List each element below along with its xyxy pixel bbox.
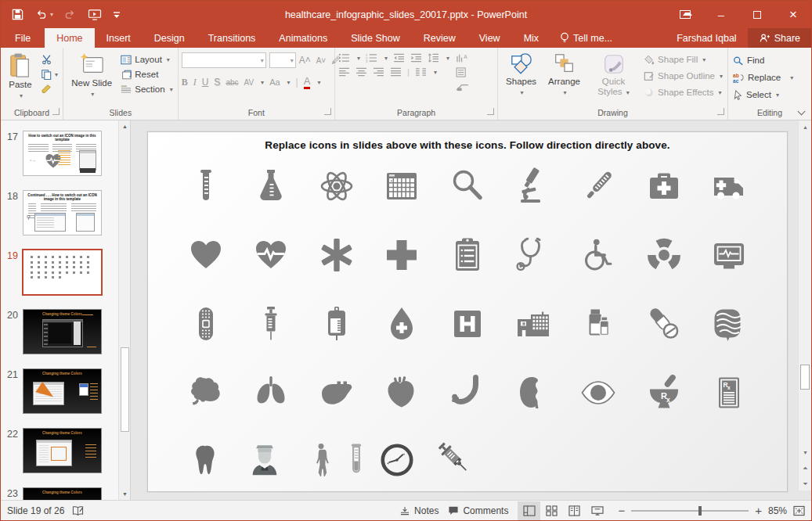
minimize-icon[interactable]: –: [703, 1, 739, 28]
bullet-list-icon[interactable]: [338, 53, 350, 63]
thermometer-icon[interactable]: [565, 153, 631, 220]
font-size-combo[interactable]: ▾: [269, 52, 296, 68]
fit-slide-icon[interactable]: [793, 505, 805, 516]
font-name-combo[interactable]: ▾: [182, 52, 266, 68]
zoom-slider[interactable]: [631, 510, 749, 512]
tab-insert[interactable]: Insert: [95, 28, 143, 48]
tab-design[interactable]: Design: [143, 28, 197, 48]
char-spacing-button[interactable]: AV: [244, 78, 254, 87]
decrease-indent-icon[interactable]: [393, 53, 405, 63]
ribbon-display-options-icon[interactable]: [667, 1, 703, 28]
tab-file[interactable]: File: [1, 28, 45, 48]
align-text-icon[interactable]: [456, 67, 469, 77]
slide-thumbnail-22[interactable]: 22Changing theme Colors: [4, 428, 118, 473]
scroll-down-icon[interactable]: ▼: [799, 446, 812, 459]
spell-check-icon[interactable]: [72, 505, 84, 516]
drawing-dialog-launcher[interactable]: [717, 108, 724, 115]
slide-canvas[interactable]: Replace icons in slides above with these…: [147, 131, 788, 492]
hospital-sign-icon[interactable]: [435, 290, 500, 358]
tab-slide-show[interactable]: Slide Show: [339, 28, 412, 48]
italic-button[interactable]: I: [193, 77, 197, 88]
syringe-dark-icon[interactable]: [434, 426, 475, 494]
zoom-out-icon[interactable]: −: [618, 505, 625, 516]
wheelchair-icon[interactable]: [565, 221, 631, 289]
shape-fill-button[interactable]: Shape Fill▾: [642, 53, 724, 66]
slide-thumbnail-20[interactable]: 20Changing theme Colors: [4, 309, 118, 354]
test-tube-liquid-icon[interactable]: [338, 426, 374, 494]
quick-styles-button[interactable]: Quick Styles ▾: [587, 50, 640, 99]
align-center-icon[interactable]: [355, 67, 367, 77]
replace-button[interactable]: abac Replace▾: [731, 71, 795, 84]
slideshow-view-button[interactable]: [586, 501, 608, 520]
layout-button[interactable]: Layout▾: [119, 53, 174, 66]
font-color-button[interactable]: A: [304, 75, 311, 89]
underline-button[interactable]: U: [202, 77, 209, 88]
reset-button[interactable]: Reset: [119, 68, 174, 81]
atom-icon[interactable]: [304, 153, 370, 220]
eye-icon[interactable]: [565, 359, 631, 426]
tab-review[interactable]: Review: [412, 28, 467, 48]
shrink-font-icon[interactable]: A˅: [316, 56, 327, 65]
tab-mix[interactable]: Mix: [512, 28, 550, 48]
surgeon-icon[interactable]: [247, 426, 283, 494]
stomach-icon[interactable]: [435, 359, 500, 426]
columns-icon[interactable]: [415, 67, 427, 77]
pill-bottles-icon[interactable]: [565, 290, 631, 358]
undo-icon[interactable]: ▾: [34, 9, 53, 20]
tell-me-box[interactable]: Tell me...: [550, 28, 622, 48]
microscope-icon[interactable]: [500, 153, 566, 220]
clipboard-list-icon[interactable]: [435, 221, 500, 289]
shape-outline-button[interactable]: Shape Outline▾: [642, 70, 724, 82]
clock-icon[interactable]: [377, 426, 417, 494]
start-slideshow-icon[interactable]: [88, 9, 102, 20]
thumbnail-scrollbar[interactable]: ▲ ▼: [118, 120, 130, 500]
slide-thumbnail-19[interactable]: 19: [4, 250, 118, 295]
increase-indent-icon[interactable]: [410, 53, 422, 63]
tab-animations[interactable]: Animations: [267, 28, 339, 48]
clipboard-dialog-launcher[interactable]: [52, 108, 60, 115]
section-button[interactable]: Section▾: [119, 83, 174, 95]
align-right-icon[interactable]: [373, 67, 384, 77]
line-spacing-icon[interactable]: [428, 53, 439, 63]
arrange-button[interactable]: Arrange▾: [543, 50, 585, 99]
slide-thumbnail-23[interactable]: 23Changing theme Colors: [4, 487, 118, 500]
thumbnail-scroll-thumb[interactable]: [121, 347, 129, 432]
ekg-monitor-icon[interactable]: [696, 221, 762, 289]
radiation-icon[interactable]: [631, 221, 697, 289]
thumbnail-scroll-down-icon[interactable]: ▼: [119, 488, 131, 500]
intestines-icon[interactable]: [696, 290, 762, 358]
maximize-icon[interactable]: [739, 1, 775, 28]
stethoscope-icon[interactable]: [500, 221, 566, 289]
text-direction-icon[interactable]: A: [456, 53, 469, 63]
strikethrough-button[interactable]: abc: [226, 78, 238, 87]
align-left-icon[interactable]: [338, 67, 350, 77]
zoom-percent[interactable]: 85%: [768, 505, 787, 516]
flask-icon[interactable]: [239, 153, 305, 220]
slide-thumbnail-21[interactable]: 21Changing theme Colors: [4, 368, 118, 414]
slide-sorter-view-button[interactable]: [540, 501, 563, 520]
paste-button[interactable]: Paste▾: [4, 50, 37, 102]
next-slide-icon[interactable]: ⏷: [799, 477, 812, 490]
notes-toggle[interactable]: Notes: [399, 505, 438, 516]
customize-qat-icon[interactable]: [113, 10, 121, 20]
shape-effects-button[interactable]: Shape Effects▾: [642, 86, 724, 99]
heart-icon[interactable]: [173, 221, 239, 289]
user-name[interactable]: Farshad Iqbal: [666, 28, 747, 48]
first-aid-kit-icon[interactable]: [631, 153, 697, 220]
editor-scrollbar[interactable]: ▲ ▼ ⏶ ⏷: [798, 120, 811, 490]
justify-icon[interactable]: [390, 67, 402, 77]
star-of-life-icon[interactable]: [304, 221, 370, 289]
reading-view-button[interactable]: [563, 501, 586, 520]
kidney-icon[interactable]: [500, 359, 566, 426]
grow-font-icon[interactable]: A˄: [299, 55, 311, 66]
bold-button[interactable]: B: [182, 77, 188, 88]
normal-view-button[interactable]: [518, 501, 540, 520]
font-dialog-launcher[interactable]: [324, 108, 331, 115]
change-case-button[interactable]: Aa: [269, 77, 280, 87]
new-slide-button[interactable]: New Slide ▾: [67, 50, 117, 101]
close-icon[interactable]: ×: [775, 1, 811, 28]
slide-thumbnail-18[interactable]: 18Continued . . . How to switch out an I…: [4, 190, 118, 235]
human-body-icon[interactable]: [303, 426, 339, 494]
tooth-icon[interactable]: [187, 426, 223, 494]
paragraph-dialog-launcher[interactable]: [487, 108, 494, 115]
